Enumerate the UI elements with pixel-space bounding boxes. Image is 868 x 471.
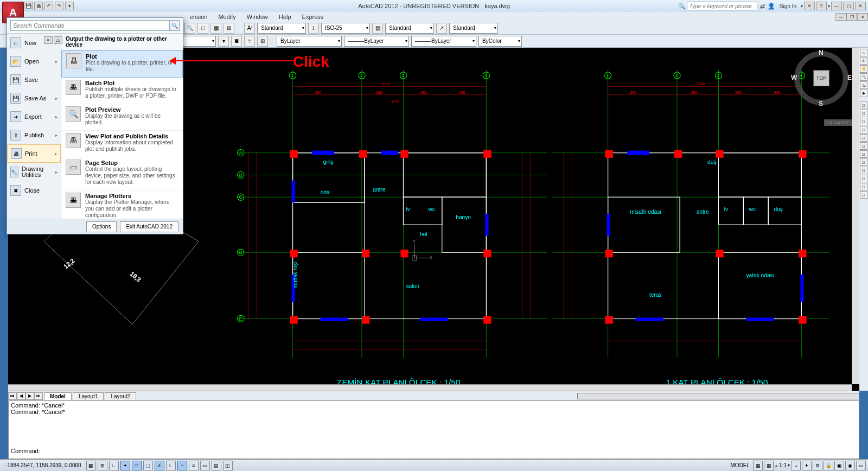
- quickview-drawings-icon[interactable]: ▦: [764, 461, 774, 470]
- tab-first-icon[interactable]: ⏮: [8, 392, 17, 400]
- snap-toggle[interactable]: ▦: [86, 461, 96, 470]
- tool-icon[interactable]: ◻: [860, 101, 867, 109]
- text-style-dropdown[interactable]: Standard: [257, 23, 306, 34]
- infocenter-search[interactable]: [687, 2, 757, 10]
- horizontal-scrollbar-canvas[interactable]: [8, 384, 852, 391]
- layer-states-icon[interactable]: ≣: [231, 36, 242, 47]
- help-icon[interactable]: ?: [816, 2, 827, 10]
- tool-icon[interactable]: ◻: [860, 183, 867, 190]
- exit-button[interactable]: Exit AutoCAD 2012: [120, 221, 178, 232]
- linetype-dropdown[interactable]: ——— ByLayer: [344, 36, 409, 47]
- menu-express[interactable]: Express: [297, 13, 329, 21]
- tool-icon[interactable]: ◻: [860, 150, 867, 158]
- navbar-wheel-icon[interactable]: ◎: [860, 57, 867, 65]
- mleader-style-dropdown[interactable]: Standard: [449, 23, 498, 34]
- dyn-toggle[interactable]: +: [177, 461, 187, 470]
- tool-icon[interactable]: ◻: [860, 191, 867, 199]
- grid-toggle[interactable]: ⊞: [98, 461, 107, 470]
- app-menu-open[interactable]: 📂Open▸: [7, 52, 61, 71]
- doc-minimize-button[interactable]: —: [835, 13, 846, 21]
- command-line[interactable]: Command: *Cancel* Command: *Cancel* Comm…: [8, 400, 859, 459]
- qat-plot-icon[interactable]: 🖶: [34, 2, 43, 10]
- print-plot-item[interactable]: 🖶 PlotPlot a drawing to a plotter, print…: [61, 50, 183, 78]
- osnap-toggle[interactable]: □: [132, 461, 142, 470]
- user-icon[interactable]: 👤: [768, 3, 775, 10]
- cleanscreen-icon[interactable]: ▭: [856, 461, 866, 470]
- osnap3d-toggle[interactable]: ⬚: [143, 461, 153, 470]
- minimize-button[interactable]: —: [831, 2, 842, 10]
- app-menu-drawing-utilities[interactable]: 🔧Drawing Utilities▸: [7, 163, 61, 181]
- print-details-item[interactable]: 🖶 View Plot and Publish DetailsDisplay i…: [61, 131, 183, 157]
- qp-toggle[interactable]: ▤: [212, 461, 221, 470]
- lwt-toggle[interactable]: ≡: [189, 461, 199, 470]
- tool-icon[interactable]: ◻: [860, 126, 867, 133]
- tab-next-icon[interactable]: ▶: [25, 392, 34, 400]
- search-icon[interactable]: 🔍: [170, 20, 180, 31]
- isolate-icon[interactable]: ◉: [845, 461, 855, 470]
- toolbar-lock-icon[interactable]: 🔒: [824, 461, 833, 470]
- print-manageplotters-item[interactable]: 🖶 Manage PlottersDisplay the Plotter Man…: [61, 190, 183, 219]
- tpy-toggle[interactable]: ▭: [200, 461, 210, 470]
- ws-switch-icon[interactable]: ⚙: [813, 461, 822, 470]
- hardware-accel-icon[interactable]: ▣: [834, 461, 844, 470]
- doc-restore-button[interactable]: ❐: [846, 13, 857, 21]
- annoscale-icon[interactable]: ⟁: [775, 462, 778, 468]
- app-menu-export[interactable]: ➜Export▸: [7, 107, 61, 126]
- model-space-label[interactable]: MODEL: [729, 462, 752, 468]
- annovis-toggle[interactable]: ⟁: [791, 461, 801, 470]
- mleader-icon[interactable]: ↗: [436, 23, 447, 34]
- table-style-dropdown[interactable]: Standard: [385, 23, 434, 34]
- annoauto-toggle[interactable]: ✦: [802, 461, 812, 470]
- dim-icon[interactable]: ⟟: [308, 23, 319, 34]
- sign-in-button[interactable]: Sign In: [776, 3, 800, 9]
- tool-icon[interactable]: ◻: [860, 134, 867, 142]
- layer-btn[interactable]: ▾: [218, 36, 229, 47]
- color-dropdown[interactable]: ByLayer: [277, 36, 342, 47]
- find-icon[interactable]: 🔍: [184, 23, 195, 34]
- navbar-orbit-icon[interactable]: ⭮: [860, 81, 867, 89]
- tab-layout1[interactable]: Layout1: [73, 392, 104, 400]
- tool-icon[interactable]: ◻: [860, 167, 867, 174]
- tab-prev-icon[interactable]: ◀: [17, 392, 25, 400]
- tool-icon[interactable]: □: [197, 23, 208, 34]
- tab-last-icon[interactable]: ⏭: [34, 392, 43, 400]
- annotation-scale[interactable]: 1:1: [779, 462, 787, 468]
- dim-style-dropdown[interactable]: ISO-25: [321, 23, 370, 34]
- navbar-showmotion-icon[interactable]: ▶: [860, 90, 867, 97]
- quickview-layouts-icon[interactable]: ▦: [753, 461, 763, 470]
- polar-toggle[interactable]: ✦: [120, 461, 130, 470]
- qat-undo-icon[interactable]: ↶: [44, 2, 53, 10]
- sc-toggle[interactable]: ◫: [223, 461, 233, 470]
- command-prompt[interactable]: Command:: [11, 448, 857, 454]
- menu-help[interactable]: Help: [273, 13, 297, 21]
- app-menu-print[interactable]: 🖶Print▸: [7, 144, 61, 163]
- menu-window[interactable]: Window: [241, 13, 273, 21]
- app-menu-save[interactable]: 💾Save: [7, 71, 61, 89]
- open-docs-icon[interactable]: ▭: [54, 36, 62, 44]
- close-button[interactable]: ✕: [855, 2, 866, 10]
- print-preview-item[interactable]: 🔍 Plot PreviewDisplay the drawing as it …: [61, 104, 183, 131]
- tab-layout2[interactable]: Layout2: [105, 392, 136, 400]
- qat-save-icon[interactable]: 💾: [24, 2, 33, 10]
- maximize-button[interactable]: ◻: [843, 2, 854, 10]
- layer-prop-icon[interactable]: ⊞: [257, 36, 268, 47]
- options-button[interactable]: Options: [86, 221, 117, 232]
- tool-icon[interactable]: ◻: [860, 118, 867, 125]
- layer-prev-icon[interactable]: ≡: [244, 36, 255, 47]
- vertical-scrollbar[interactable]: [852, 48, 859, 384]
- tab-model[interactable]: Model: [44, 392, 72, 400]
- layout-hscroll[interactable]: [577, 393, 859, 399]
- otrack-toggle[interactable]: ∠: [155, 461, 164, 470]
- print-pagesetup-item[interactable]: ▭ Page SetupControl the page layout, plo…: [61, 157, 183, 190]
- table-icon[interactable]: ▤: [372, 23, 383, 34]
- app-menu-close[interactable]: ✖Close: [7, 181, 61, 200]
- menu-modify[interactable]: Modify: [213, 13, 241, 21]
- qat-redo-icon[interactable]: ↷: [55, 2, 63, 10]
- menu-dimension[interactable]: ension: [184, 13, 213, 21]
- lineweight-dropdown[interactable]: ——— ByLayer: [411, 36, 476, 47]
- app-menu-saveas[interactable]: 💾Save As▸: [7, 89, 61, 107]
- print-batchplot-item[interactable]: 🖶 Batch PlotPublish multiple sheets or d…: [61, 78, 183, 104]
- exchange-apps-icon[interactable]: ✕: [804, 2, 815, 10]
- qat-dropdown-icon[interactable]: ▾: [65, 2, 74, 10]
- tool-icon[interactable]: ◻: [860, 110, 867, 117]
